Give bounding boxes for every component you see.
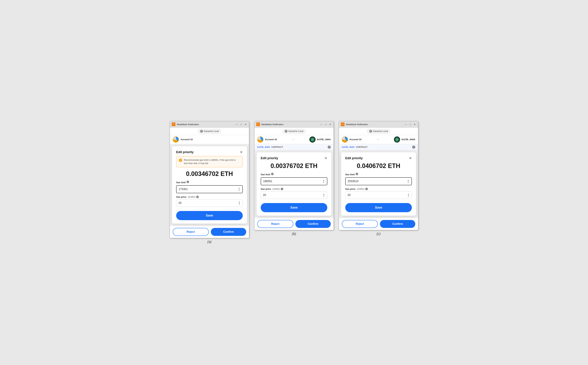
title-bar-text: MetaMask Notification <box>261 123 318 126</box>
gas-limit-input-container: ▲ ▼ <box>261 177 327 185</box>
address-info: 0x37B...844A <box>309 136 331 143</box>
close-modal-button[interactable]: ✕ <box>324 156 327 160</box>
save-button[interactable]: Save <box>345 203 412 212</box>
maximize-button[interactable]: □ <box>409 123 412 126</box>
gas-price-decrement[interactable]: ▼ <box>323 195 325 197</box>
address-info: 0x37B...844A <box>394 136 415 143</box>
gas-limit-label: Gas limit i <box>176 181 243 184</box>
network-pill[interactable]: ? Ganache Local <box>367 129 390 133</box>
contract-address: 0x37B...844A <box>342 146 355 148</box>
bottom-actions: Reject Confirm <box>170 226 249 238</box>
network-pill[interactable]: ? Ganache Local <box>198 129 221 133</box>
svg-point-9 <box>175 139 177 140</box>
gas-price-decrement[interactable]: ▼ <box>407 195 410 197</box>
maximize-button[interactable]: □ <box>240 123 243 126</box>
maximize-button[interactable]: □ <box>324 123 327 126</box>
gas-limit-label: Gas limit i <box>261 173 327 176</box>
svg-point-16 <box>257 124 258 125</box>
title-bar-text: MetaMask Notification <box>346 123 403 126</box>
close-button[interactable]: ✕ <box>244 123 247 126</box>
gas-price-group: Gas price (GWEI) i ▲ ▼ <box>345 188 412 199</box>
account-info: Account 10 <box>342 136 362 143</box>
gas-limit-increment[interactable]: ▲ <box>322 179 325 181</box>
gas-price-increment[interactable]: ▲ <box>407 193 410 195</box>
close-modal-button[interactable]: ✕ <box>240 150 243 154</box>
caption-b: (b) <box>292 232 296 236</box>
gas-limit-label-text: Gas limit <box>176 181 186 184</box>
account-avatar-partial <box>173 136 179 143</box>
close-modal-button[interactable]: ✕ <box>409 156 412 160</box>
close-button[interactable]: ✕ <box>328 123 332 126</box>
gas-price-input[interactable] <box>263 194 323 197</box>
account-name: Account 10 <box>265 138 277 141</box>
gas-limit-input[interactable] <box>263 180 322 183</box>
gas-limit-decrement[interactable]: ▼ <box>407 182 410 183</box>
title-bar: MetaMask Notification — □ ✕ <box>170 121 249 128</box>
gas-price-label: Gas price (GWEI) i <box>261 188 327 190</box>
gas-price-increment[interactable]: ▲ <box>238 201 240 203</box>
gas-price-increment[interactable]: ▲ <box>323 193 325 195</box>
network-bar: ? Ganache Local <box>339 128 418 135</box>
partial-account-bar: Account 10 <box>170 135 249 144</box>
contract-address: 0x37B...844A <box>257 146 270 148</box>
arrow-icon: → <box>292 138 295 141</box>
gas-price-label-text: Gas price <box>176 196 186 198</box>
gas-limit-increment[interactable]: ▲ <box>407 179 410 181</box>
eth-amount: 0.0406702 ETH <box>345 162 412 169</box>
gas-price-unit: (GWEI) <box>187 196 195 198</box>
gas-limit-decrement[interactable]: ▼ <box>238 190 240 191</box>
close-button[interactable]: ✕ <box>413 123 416 126</box>
bottom-actions: Reject Confirm <box>339 218 418 230</box>
edit-priority-modal: Edit priority ✕ 0.0406702 ETH Gas limit … <box>341 152 416 216</box>
minimize-button[interactable]: — <box>235 123 239 126</box>
bottom-actions: Reject Confirm <box>254 218 334 230</box>
eth-amount: 0.00376702 ETH <box>261 162 327 169</box>
network-pill[interactable]: ? Ganache Local <box>282 129 306 133</box>
minimize-button[interactable]: — <box>319 123 323 126</box>
save-button[interactable]: Save <box>176 211 243 220</box>
reject-button[interactable]: Reject <box>342 220 378 228</box>
warning-box: i Recommended gas limit is 188351. If th… <box>176 156 243 167</box>
gas-price-info-icon: i <box>196 196 199 198</box>
window-controls: — □ ✕ <box>404 123 416 126</box>
network-question-icon: ? <box>200 130 203 133</box>
modal-title: Edit priority <box>345 156 363 160</box>
reject-button[interactable]: Reject <box>257 220 293 228</box>
gas-limit-input[interactable] <box>348 180 407 183</box>
gas-limit-increment[interactable]: ▲ <box>238 187 240 189</box>
account-avatar <box>342 136 348 143</box>
gas-limit-info-icon: i <box>271 173 274 175</box>
window-controls: — □ ✕ <box>235 123 247 126</box>
warning-text: Recommended gas limit is 188351. If the … <box>184 158 240 165</box>
modal-header: Edit priority ✕ <box>345 156 412 160</box>
gas-limit-input[interactable] <box>178 188 238 191</box>
screenshot-col-c: MetaMask Notification — □ ✕ ? Ganache Lo… <box>339 121 418 236</box>
network-name: Ganache Local <box>204 130 219 133</box>
account-info: Account 10 <box>257 136 277 143</box>
svg-point-21 <box>311 138 314 141</box>
network-question-icon: ? <box>285 130 287 133</box>
screenshot-col-a: MetaMask Notification — □ ✕ ? Ganache Lo… <box>170 121 249 244</box>
network-question-icon: ? <box>369 130 372 133</box>
confirm-button[interactable]: Confirm <box>211 228 246 236</box>
confirm-button[interactable]: Confirm <box>380 220 415 228</box>
reject-button[interactable]: Reject <box>173 228 209 236</box>
gas-limit-label: Gas limit i <box>345 173 412 176</box>
account-name: Account 10 <box>349 138 362 141</box>
warning-icon: i <box>179 159 182 162</box>
svg-point-19 <box>259 139 261 140</box>
gas-limit-decrement[interactable]: ▼ <box>322 182 325 183</box>
confirm-button[interactable]: Confirm <box>295 220 331 228</box>
gas-price-label-text: Gas price <box>261 188 271 190</box>
network-name: Ganache Local <box>288 130 303 133</box>
gas-price-input[interactable] <box>178 202 238 205</box>
svg-point-33 <box>396 138 398 141</box>
gas-limit-group: Gas limit i ▲ ▼ <box>176 181 243 193</box>
gas-limit-spinner: ▲ ▼ <box>407 179 410 183</box>
minimize-button[interactable]: — <box>404 123 408 126</box>
gas-price-input[interactable] <box>348 194 407 197</box>
title-bar: MetaMask Notification — □ ✕ <box>254 121 334 128</box>
gas-price-decrement[interactable]: ▼ <box>238 203 240 205</box>
save-button[interactable]: Save <box>261 203 327 212</box>
svg-point-29 <box>343 124 343 125</box>
